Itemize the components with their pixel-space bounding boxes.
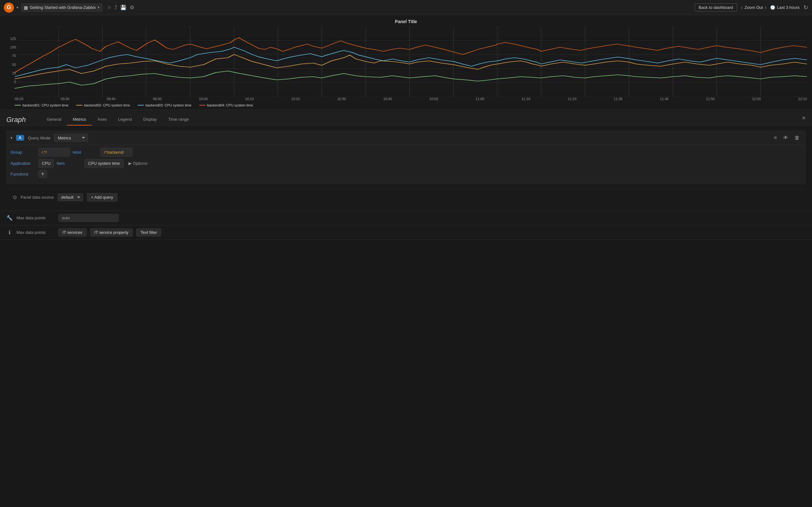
metrics-panel: ▾ A Query Mode Metrics Text IT Services … bbox=[0, 126, 812, 210]
add-query-button[interactable]: + Add query bbox=[87, 193, 117, 202]
legend-item-backend03: backend03: CPU system time bbox=[138, 103, 192, 107]
time-back-arrow[interactable]: ‹ bbox=[741, 5, 743, 10]
legend-item-backend02: backend02: CPU system time bbox=[76, 103, 130, 107]
options-button[interactable]: ▶ Options: bbox=[126, 159, 151, 167]
host-value[interactable]: /^backend/ bbox=[101, 148, 132, 157]
group-label[interactable]: Group bbox=[10, 150, 36, 155]
max-data-points-row: 🔧 Max data points bbox=[0, 211, 812, 225]
max-data-points-input[interactable] bbox=[58, 214, 119, 222]
chart-area: Panel Title 125 100 75 50 25 0 bbox=[0, 15, 812, 110]
dashboard-title-arrow: ▾ bbox=[98, 5, 100, 9]
panel-editor: Graph General Metrics Axes Legend Displa… bbox=[0, 110, 812, 210]
datasource-icon: ⊙ bbox=[13, 194, 17, 200]
tab-display[interactable]: Display bbox=[138, 114, 163, 125]
application-label[interactable]: Application bbox=[10, 161, 36, 166]
query-fields: Group /.*/ Host /^backend/ Application C… bbox=[7, 145, 805, 183]
add-function-button[interactable]: + bbox=[38, 170, 47, 178]
legend-color-backend04 bbox=[199, 105, 206, 106]
tab-time-range[interactable]: Time range bbox=[162, 114, 194, 125]
tab-axes[interactable]: Axes bbox=[92, 114, 112, 125]
query-delete-button[interactable]: 🗑 bbox=[793, 134, 802, 142]
time-forward-arrow[interactable]: › bbox=[765, 5, 766, 10]
chart-legend: backend01: CPU system time backend02: CP… bbox=[14, 103, 807, 107]
legend-item-backend01: backend01: CPU system time bbox=[14, 103, 68, 107]
back-to-dashboard-button[interactable]: Back to dashboard bbox=[695, 3, 737, 11]
chart-title: Panel Title bbox=[5, 19, 807, 24]
query-mode-select[interactable]: Metrics Text IT Services Problems bbox=[54, 134, 88, 142]
query-mode-label: Query Mode bbox=[28, 135, 51, 140]
query-row-a: ▾ A Query Mode Metrics Text IT Services … bbox=[6, 131, 806, 184]
zoom-out-button[interactable]: Zoom Out bbox=[745, 5, 763, 10]
application-item-row: Application CPU Item CPU system time ▶ O… bbox=[10, 159, 802, 168]
group-host-row: Group /.*/ Host /^backend/ bbox=[10, 148, 802, 157]
topnav: G ▾ ▦ Getting Started with Grafana-Zabbi… bbox=[0, 0, 812, 15]
wrench-icon: 🔧 bbox=[6, 215, 13, 221]
legend-color-backend03 bbox=[138, 105, 144, 106]
tab-metrics[interactable]: Metrics bbox=[67, 114, 92, 125]
query-row-header: ▾ A Query Mode Metrics Text IT Services … bbox=[7, 131, 805, 145]
item-label[interactable]: Item bbox=[56, 161, 82, 166]
query-letter: A bbox=[16, 135, 24, 141]
dashboard-title-btn[interactable]: ▦ Getting Started with Grafana-Zabbix ▾ bbox=[21, 3, 102, 12]
chart-svg bbox=[14, 26, 807, 96]
options-label: Options: bbox=[133, 161, 148, 166]
share-icon[interactable]: ⤴ bbox=[114, 5, 117, 10]
dashboard-icon: ▦ bbox=[24, 5, 28, 10]
query-collapse-button[interactable]: ▾ bbox=[10, 135, 12, 140]
clock-icon: 🕐 bbox=[770, 5, 775, 10]
functions-row: Functions + bbox=[10, 170, 802, 178]
functions-label[interactable]: Functions bbox=[10, 172, 36, 176]
data-source-select[interactable]: default bbox=[58, 193, 83, 201]
refresh-button[interactable]: ↻ bbox=[803, 4, 808, 11]
tab-general[interactable]: General bbox=[41, 114, 67, 125]
save-icon[interactable]: 💾 bbox=[120, 4, 126, 10]
query-eye-button[interactable]: 👁 bbox=[781, 134, 790, 142]
group-value[interactable]: /.*/ bbox=[38, 148, 70, 157]
settings-icon[interactable]: ⚙ bbox=[130, 4, 134, 10]
bottom-controls: ⊙ Panel data source default + Add query bbox=[6, 189, 806, 205]
panel-editor-header: Graph General Metrics Axes Legend Displa… bbox=[0, 110, 812, 126]
it-service-property-button[interactable]: IT service property bbox=[90, 228, 133, 236]
topnav-right: Back to dashboard ‹ Zoom Out › 🕐 Last 3 … bbox=[695, 3, 808, 11]
max-data-points-label: Max data points bbox=[16, 216, 55, 220]
query-menu-button[interactable]: ≡ bbox=[772, 134, 779, 142]
legend-color-backend01 bbox=[14, 105, 21, 106]
item-value[interactable]: CPU system time bbox=[84, 159, 123, 168]
it-services-button[interactable]: IT services bbox=[58, 228, 87, 236]
host-label[interactable]: Host bbox=[72, 150, 98, 155]
panel-type-label: Graph bbox=[6, 116, 30, 124]
options-arrow: ▶ bbox=[129, 161, 132, 166]
time-controls: ‹ Zoom Out › bbox=[741, 5, 766, 10]
legend-color-backend02 bbox=[76, 105, 83, 106]
application-value[interactable]: CPU bbox=[38, 159, 54, 168]
text-filter-button[interactable]: Text filter bbox=[136, 228, 161, 236]
info-icon: ℹ bbox=[6, 229, 13, 235]
it-services-option-label: Max data points bbox=[16, 230, 55, 235]
star-icon[interactable]: ☆ bbox=[107, 4, 111, 10]
time-range-button[interactable]: 🕐 Last 3 hours bbox=[770, 5, 800, 10]
query-row-actions: ≡ 👁 🗑 bbox=[772, 134, 802, 142]
grafana-logo[interactable]: G bbox=[4, 3, 14, 13]
legend-item-backend04: backend04: CPU system time bbox=[199, 103, 253, 107]
bottom-options: 🔧 Max data points ℹ Max data points IT s… bbox=[0, 210, 812, 240]
time-range-label: Last 3 hours bbox=[777, 5, 800, 10]
panel-data-source-label: Panel data source bbox=[20, 195, 54, 200]
dashboard-title-text: Getting Started with Grafana-Zabbix bbox=[30, 5, 96, 10]
tab-legend[interactable]: Legend bbox=[112, 114, 137, 125]
chart-x-axis: 09:2009:3009:4009:50 10:0010:1010:2010:3… bbox=[14, 96, 807, 101]
tab-list: General Metrics Axes Legend Display Time… bbox=[41, 114, 194, 125]
logo-dropdown-arrow[interactable]: ▾ bbox=[16, 5, 18, 10]
it-services-row: ℹ Max data points IT services IT service… bbox=[0, 225, 812, 240]
topnav-actions: ☆ ⤴ 💾 ⚙ bbox=[107, 4, 134, 10]
close-panel-button[interactable]: × bbox=[802, 114, 806, 125]
chart-y-axis: 125 100 75 50 25 0 bbox=[10, 37, 16, 83]
